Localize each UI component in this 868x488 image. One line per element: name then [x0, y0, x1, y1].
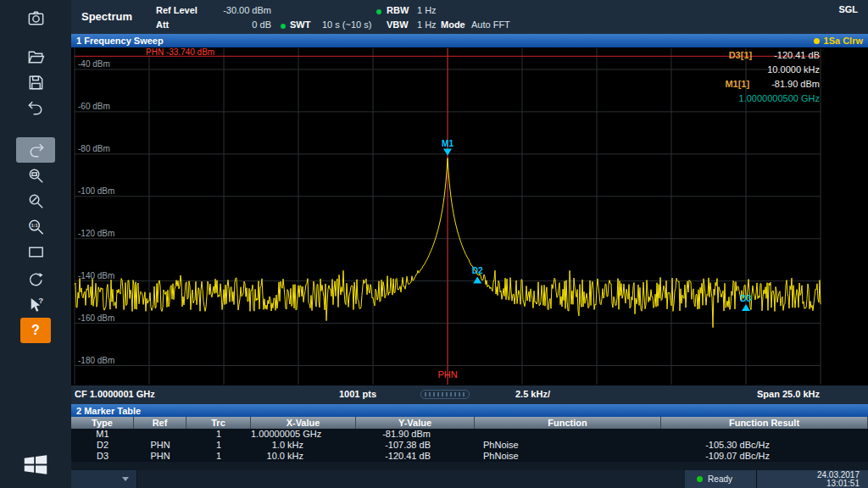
- status-bar: Ready 24.03.2017 13:01:51: [71, 470, 868, 488]
- redo-button[interactable]: [16, 137, 55, 163]
- windows-logo-icon: [23, 453, 48, 476]
- readout-row-m1-freq: 1.0000000500 GHz: [625, 93, 820, 108]
- marker-symbol-M1: [443, 149, 452, 156]
- sweep-points-value[interactable]: 1001 pts: [339, 389, 376, 399]
- sweep-progress-indicator: [420, 390, 470, 399]
- diagram-footer: CF 1.0000001 GHz 1001 pts 2.5 kHz/ Span …: [71, 385, 868, 404]
- context-help-button[interactable]: ?: [16, 292, 55, 318]
- swt-coupling-dot: [281, 24, 286, 29]
- camera-icon: [26, 8, 46, 28]
- toolbar-sidebar: 1:1 ? ?: [0, 0, 71, 488]
- refresh-sweep-button[interactable]: [16, 267, 55, 292]
- readout-m1-freq: 1.0000000500 GHz: [739, 93, 820, 103]
- marker-table-column-header: Trc: [186, 417, 251, 429]
- ready-label: Ready: [708, 474, 732, 484]
- marker-table-cell: PhNoise: [475, 440, 661, 451]
- marker-symbol-D2: [473, 276, 481, 283]
- marker-label-D2: D2: [472, 266, 483, 275]
- vbw-label: VBW: [387, 19, 409, 30]
- main-area: Spectrum Ref Level -30.00 dBm Att 0 dB S…: [71, 0, 868, 488]
- help-glyph: ?: [38, 296, 43, 305]
- diagram-title: 1 Frequency Sweep: [76, 36, 164, 46]
- mode-value[interactable]: Auto FFT: [471, 19, 510, 30]
- readout-row-d3-freq: 10.0000 kHz: [625, 64, 820, 79]
- y-axis-tick-label: -60 dBm: [78, 102, 110, 111]
- readout-d3-level: -120.41 dB: [774, 50, 820, 60]
- center-frequency-value[interactable]: CF 1.0000001 GHz: [75, 389, 155, 399]
- ref-level-value[interactable]: -30.00 dBm: [209, 5, 271, 15]
- channel-tab-spectrum[interactable]: Spectrum: [81, 10, 132, 23]
- swt-label: SWT: [290, 19, 310, 30]
- spectrum-analyzer-window: 1:1 ? ?: [0, 0, 868, 488]
- datetime-panel: 24.03.2017 13:01:51: [756, 470, 868, 488]
- phn-marker-label: PHN: [422, 369, 473, 380]
- zoom-area-icon: [26, 166, 46, 186]
- span-value[interactable]: Span 25.0 kHz: [757, 389, 820, 399]
- statusbar-right-panel: Ready 24.03.2017 13:01:51: [685, 470, 868, 488]
- statusbar-spacer: [137, 470, 685, 488]
- display-frame-button[interactable]: [16, 239, 55, 264]
- channel-settings-header: Spectrum Ref Level -30.00 dBm Att 0 dB S…: [71, 0, 868, 34]
- readout-m1-level: -81.90 dBm: [771, 79, 820, 89]
- zoom-area-button[interactable]: [16, 163, 55, 188]
- marker-table-header: TypeRefTrcX-ValueY-ValueFunctionFunction…: [71, 417, 868, 429]
- ready-status: Ready: [685, 470, 756, 488]
- save-file-button[interactable]: [16, 69, 55, 95]
- marker-table-cell: [475, 429, 661, 440]
- help-label: ?: [31, 323, 40, 338]
- att-value[interactable]: 0 dB: [209, 19, 271, 30]
- marker-table-cell: PHN: [134, 440, 186, 451]
- zoom-one-to-one-button[interactable]: 1:1: [16, 214, 55, 239]
- trace1-color-dot: [814, 38, 820, 44]
- y-axis-tick-label: -180 dBm: [78, 356, 114, 365]
- per-division-value[interactable]: 2.5 kHz/: [515, 389, 550, 399]
- swt-value[interactable]: 10 s (~10 s): [322, 19, 371, 30]
- rbw-value[interactable]: 1 Hz: [417, 5, 437, 15]
- date-value: 24.03.2017: [757, 471, 860, 480]
- marker-table-cell: -120.41 dB: [356, 451, 475, 462]
- marker-table-cell: -81.90 dBm: [356, 429, 475, 440]
- one-to-one-label: 1:1: [31, 223, 38, 228]
- marker-label-D3: D3: [741, 294, 752, 303]
- one-to-one-magnifier-icon: 1:1: [26, 217, 46, 236]
- marker-readout-panel: D3[1] -120.41 dB 10.0000 kHz M1[1] -81.9…: [625, 50, 820, 108]
- marker-table-cell: 10.0 kHz: [251, 451, 356, 462]
- marker-table-row[interactable]: D3PHN110.0 kHz-120.41 dBPhNoise-109.07 d…: [71, 451, 868, 462]
- phn-reference-line-label: PHN -33.740 dBm: [146, 47, 214, 57]
- frame-icon: [26, 242, 46, 262]
- undo-arrow-icon: [26, 98, 46, 118]
- marker-label-M1: M1: [442, 139, 453, 148]
- trace-mode-indicator[interactable]: 1Sa Clrw: [814, 36, 863, 46]
- open-file-button[interactable]: [16, 44, 55, 69]
- marker-table-column-header: Function: [475, 417, 661, 429]
- screenshot-button[interactable]: [16, 5, 55, 30]
- marker-table-column-header: Y-Value: [356, 417, 475, 429]
- y-axis-tick-label: -120 dBm: [78, 229, 114, 238]
- help-pointer-icon: ?: [26, 296, 46, 315]
- trace-mode-label: 1Sa Clrw: [824, 36, 863, 46]
- y-axis-tick-label: -160 dBm: [78, 313, 114, 323]
- windows-start-button[interactable]: [20, 451, 51, 478]
- readout-row-d3: D3[1] -120.41 dB: [625, 50, 820, 64]
- vbw-value[interactable]: 1 Hz: [417, 19, 437, 30]
- readout-d3-freq: 10.0000 kHz: [767, 64, 820, 75]
- rbw-label: RBW: [387, 5, 409, 15]
- marker-table-column-header: Function Result: [661, 417, 868, 429]
- dropdown-chevron-icon: [122, 477, 129, 481]
- statusbar-dropdown[interactable]: [71, 470, 137, 488]
- marker-table-row[interactable]: D2PHN11.0 kHz-107.38 dBPhNoise-105.30 dB…: [71, 440, 868, 451]
- zoom-off-button[interactable]: [16, 188, 55, 214]
- marker-table-titlebar: 2 Marker Table: [71, 404, 868, 417]
- redo-arrow-icon: [26, 141, 46, 160]
- undo-button[interactable]: [16, 95, 55, 120]
- marker-table-cell: -109.07 dBc/Hz: [661, 451, 868, 462]
- marker-symbol-D3: [742, 304, 750, 311]
- open-folder-icon: [26, 47, 46, 67]
- help-button[interactable]: ?: [20, 318, 51, 343]
- zoom-off-icon: [26, 191, 46, 211]
- marker-table-cell: 1: [186, 429, 251, 440]
- marker-table-row[interactable]: M111.00000005 GHz-81.90 dBm: [71, 429, 868, 440]
- readout-m1-name: M1[1]: [725, 79, 749, 89]
- marker-table-column-header: Ref: [134, 417, 186, 429]
- y-axis-tick-label: -100 dBm: [78, 186, 114, 196]
